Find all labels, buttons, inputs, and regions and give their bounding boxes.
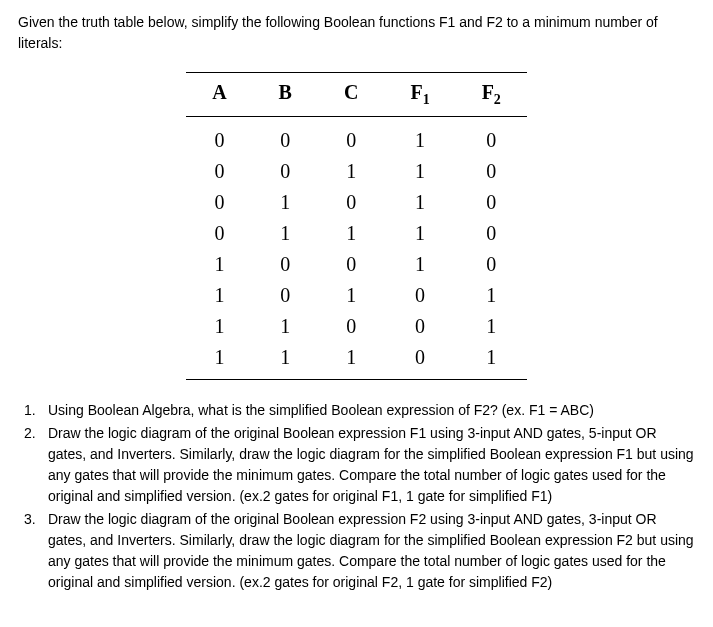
table-cell: 0 bbox=[253, 156, 318, 187]
table-cell: 1 bbox=[318, 156, 384, 187]
table-cell: 0 bbox=[384, 311, 455, 342]
list-item: 3.Draw the logic diagram of the original… bbox=[18, 509, 695, 593]
list-number: 2. bbox=[24, 423, 36, 444]
table-cell: 0 bbox=[186, 117, 252, 157]
list-text: Draw the logic diagram of the original B… bbox=[48, 511, 694, 590]
table-cell: 1 bbox=[456, 311, 527, 342]
list-item: 1.Using Boolean Algebra, what is the sim… bbox=[18, 400, 695, 421]
table-cell: 1 bbox=[456, 342, 527, 380]
table-cell: 0 bbox=[456, 249, 527, 280]
list-text: Using Boolean Algebra, what is the simpl… bbox=[48, 402, 594, 418]
table-row: 00010 bbox=[186, 117, 527, 157]
table-cell: 1 bbox=[253, 311, 318, 342]
col-header-f1: F1 bbox=[384, 73, 455, 117]
table-row: 11001 bbox=[186, 311, 527, 342]
table-cell: 1 bbox=[253, 187, 318, 218]
table-cell: 1 bbox=[384, 156, 455, 187]
table-cell: 1 bbox=[253, 218, 318, 249]
question-list: 1.Using Boolean Algebra, what is the sim… bbox=[18, 400, 695, 593]
table-cell: 0 bbox=[318, 187, 384, 218]
table-row: 11101 bbox=[186, 342, 527, 380]
col-header-b: B bbox=[253, 73, 318, 117]
table-cell: 1 bbox=[318, 218, 384, 249]
table-cell: 0 bbox=[384, 280, 455, 311]
list-item: 2.Draw the logic diagram of the original… bbox=[18, 423, 695, 507]
table-cell: 1 bbox=[384, 249, 455, 280]
table-cell: 0 bbox=[456, 117, 527, 157]
table-cell: 0 bbox=[456, 156, 527, 187]
table-cell: 0 bbox=[253, 117, 318, 157]
table-row: 01110 bbox=[186, 218, 527, 249]
table-cell: 1 bbox=[186, 342, 252, 380]
table-row: 10101 bbox=[186, 280, 527, 311]
table-cell: 1 bbox=[186, 280, 252, 311]
table-cell: 1 bbox=[253, 342, 318, 380]
table-header-row: A B C F1 F2 bbox=[186, 73, 527, 117]
table-cell: 0 bbox=[318, 311, 384, 342]
truth-table: A B C F1 F2 0001000110010100111010010101… bbox=[186, 72, 527, 380]
table-cell: 0 bbox=[186, 156, 252, 187]
table-row: 00110 bbox=[186, 156, 527, 187]
table-cell: 0 bbox=[253, 280, 318, 311]
table-cell: 1 bbox=[186, 311, 252, 342]
table-body: 0001000110010100111010010101011100111101 bbox=[186, 117, 527, 380]
list-number: 1. bbox=[24, 400, 36, 421]
table-cell: 1 bbox=[384, 117, 455, 157]
table-cell: 1 bbox=[186, 249, 252, 280]
table-cell: 1 bbox=[318, 342, 384, 380]
table-cell: 1 bbox=[384, 218, 455, 249]
table-cell: 0 bbox=[456, 218, 527, 249]
table-cell: 0 bbox=[186, 218, 252, 249]
table-cell: 0 bbox=[384, 342, 455, 380]
intro-text: Given the truth table below, simplify th… bbox=[18, 12, 695, 54]
table-cell: 1 bbox=[384, 187, 455, 218]
table-cell: 0 bbox=[456, 187, 527, 218]
table-row: 01010 bbox=[186, 187, 527, 218]
table-cell: 1 bbox=[318, 280, 384, 311]
col-header-a: A bbox=[186, 73, 252, 117]
list-text: Draw the logic diagram of the original B… bbox=[48, 425, 694, 504]
table-cell: 1 bbox=[456, 280, 527, 311]
table-row: 10010 bbox=[186, 249, 527, 280]
col-header-c: C bbox=[318, 73, 384, 117]
table-cell: 0 bbox=[186, 187, 252, 218]
col-header-f2: F2 bbox=[456, 73, 527, 117]
table-cell: 0 bbox=[318, 249, 384, 280]
list-number: 3. bbox=[24, 509, 36, 530]
truth-table-container: A B C F1 F2 0001000110010100111010010101… bbox=[18, 72, 695, 380]
table-cell: 0 bbox=[253, 249, 318, 280]
table-cell: 0 bbox=[318, 117, 384, 157]
